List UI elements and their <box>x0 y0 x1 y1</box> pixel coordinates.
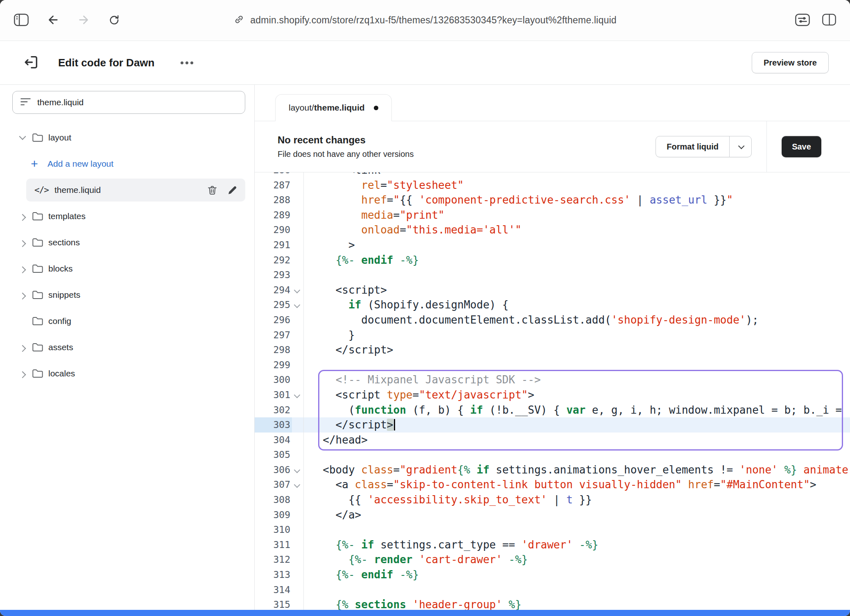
main-layout: layout+Add a new layout</>theme.liquidte… <box>0 85 850 610</box>
line-number: 298 <box>255 342 292 358</box>
chevron-right-icon[interactable] <box>16 229 29 256</box>
code-line-310[interactable]: 310 <box>255 522 850 537</box>
url-bar[interactable]: admin.shopify.com/store/rzq1xu-f5/themes… <box>233 14 616 27</box>
code-line-312[interactable]: 312 {%- render 'cart-drawer' -%} <box>255 552 850 567</box>
code-text: {%- endif -%} <box>304 567 850 582</box>
browser-window: admin.shopify.com/store/rzq1xu-f5/themes… <box>0 0 850 616</box>
code-line-299[interactable]: 299 <box>255 358 850 373</box>
code-line-288[interactable]: 288 href="{{ 'component-predictive-searc… <box>255 192 850 208</box>
code-line-309[interactable]: 309 </a> <box>255 507 850 523</box>
code-line-289[interactable]: 289 media="print" <box>255 208 850 223</box>
chevron-right-icon[interactable] <box>16 360 29 387</box>
fold-spacer <box>292 328 304 343</box>
delete-file-button[interactable] <box>207 185 218 196</box>
sidebar-item-blocks[interactable]: blocks <box>0 256 254 282</box>
fold-toggle-icon[interactable] <box>292 283 304 298</box>
sidebar-item-snippets[interactable]: snippets <box>0 282 254 308</box>
sidebar-item-theme-liquid[interactable]: </>theme.liquid <box>26 179 245 202</box>
fold-spacer <box>292 597 304 610</box>
sidebar-item-label: sections <box>48 238 80 247</box>
code-line-300[interactable]: 300 <!-- Mixpanel Javascript SDK --> <box>255 372 850 387</box>
format-dropdown-button[interactable] <box>729 136 751 157</box>
code-line-290[interactable]: 290 onload="this.media='all'" <box>255 222 850 238</box>
split-view-button[interactable] <box>822 14 836 27</box>
reload-button[interactable] <box>108 14 120 27</box>
code-text: > <box>304 238 850 253</box>
code-file-icon: </> <box>34 185 49 195</box>
rename-file-button[interactable] <box>227 185 238 196</box>
sidebar-item-assets[interactable]: assets <box>0 334 254 360</box>
folder-icon <box>32 290 43 300</box>
code-line-305[interactable]: 305 <box>255 447 850 462</box>
sidebar-item-layout[interactable]: layout <box>0 125 254 151</box>
code-line-306[interactable]: 306 <body class="gradient{% if settings.… <box>255 462 850 478</box>
exit-button[interactable] <box>23 54 39 72</box>
chevron-right-icon[interactable] <box>16 203 29 229</box>
line-number: 310 <box>255 522 292 537</box>
forward-button[interactable] <box>77 14 90 27</box>
code-editor[interactable]: 286 <link287 rel="stylesheet"288 href="{… <box>255 172 850 610</box>
line-number: 303 <box>255 417 292 433</box>
code-line-301[interactable]: 301 <script type="text/javascript"> <box>255 387 850 403</box>
fold-toggle-icon[interactable] <box>292 297 304 313</box>
fold-spacer <box>292 253 304 268</box>
code-line-307[interactable]: 307 <a class="skip-to-content-link butto… <box>255 477 850 492</box>
folder-icon <box>32 264 43 274</box>
code-line-304[interactable]: 304 </head> <box>255 433 850 448</box>
format-liquid-split-button: Format liquid <box>656 136 752 157</box>
save-button[interactable]: Save <box>782 136 821 157</box>
back-button[interactable] <box>47 14 59 27</box>
code-line-308[interactable]: 308 {{ 'accessibility.skip_to_text' | t … <box>255 492 850 507</box>
code-line-313[interactable]: 313 {%- endif -%} <box>255 567 850 582</box>
extensions-button[interactable] <box>795 14 810 27</box>
page-title: Edit code for Dawn <box>58 57 154 69</box>
code-line-296[interactable]: 296 document.documentElement.classList.a… <box>255 313 850 328</box>
line-number: 302 <box>255 403 292 418</box>
code-line-295[interactable]: 295 if (Shopify.designMode) { <box>255 297 850 313</box>
code-line-286[interactable]: 286 <link <box>255 172 850 178</box>
more-menu-button[interactable] <box>177 54 197 71</box>
tab-layout-theme-liquid[interactable]: layout/theme.liquid <box>275 94 392 121</box>
chevron-right-icon[interactable] <box>16 256 29 282</box>
chevron-spacer <box>16 308 29 334</box>
chevron-right-icon[interactable] <box>16 334 29 360</box>
line-number: 315 <box>255 597 292 610</box>
sidebar-item-config[interactable]: config <box>0 308 254 334</box>
code-text: {%- render 'cart-drawer' -%} <box>304 552 850 567</box>
fold-spacer <box>292 342 304 358</box>
code-line-287[interactable]: 287 rel="stylesheet" <box>255 178 850 193</box>
code-line-311[interactable]: 311 {%- if settings.cart_type == 'drawer… <box>255 537 850 553</box>
code-line-315[interactable]: 315 {% sections 'header-group' %} <box>255 597 850 610</box>
preview-store-button[interactable]: Preview store <box>752 52 829 73</box>
code-line-294[interactable]: 294 <script> <box>255 283 850 298</box>
code-text: media="print" <box>304 208 850 223</box>
folder-icon <box>32 238 43 247</box>
tab-bar: layout/theme.liquid <box>255 85 850 121</box>
code-line-303[interactable]: 303 </script> <box>255 417 850 433</box>
sidebar-item-locales[interactable]: locales <box>0 360 254 387</box>
sidebar-item-sections[interactable]: sections <box>0 229 254 256</box>
chevron-right-icon[interactable] <box>16 282 29 308</box>
sidebar-item-templates[interactable]: templates <box>0 203 254 229</box>
code-line-292[interactable]: 292 {%- endif -%} <box>255 253 850 268</box>
fold-toggle-icon[interactable] <box>292 477 304 492</box>
code-line-298[interactable]: 298 </script> <box>255 342 850 358</box>
file-search[interactable] <box>12 91 245 114</box>
chevron-down-icon[interactable] <box>16 125 29 151</box>
status-text: No recent changes File does not have any… <box>278 134 414 159</box>
fold-toggle-icon[interactable] <box>292 387 304 403</box>
fold-spacer <box>292 492 304 507</box>
code-line-293[interactable]: 293 <box>255 267 850 283</box>
search-input[interactable] <box>37 97 237 107</box>
code-line-297[interactable]: 297 } <box>255 328 850 343</box>
fold-toggle-icon[interactable] <box>292 462 304 478</box>
sidebar-item-add-a-new-layout[interactable]: +Add a new layout <box>0 151 254 177</box>
code-line-291[interactable]: 291 > <box>255 238 850 253</box>
split-view-icon <box>822 14 836 27</box>
code-line-302[interactable]: 302 (function (f, b) { if (!b.__SV) { va… <box>255 403 850 418</box>
sidebar-toggle-button[interactable] <box>14 14 29 27</box>
fold-spacer <box>292 172 304 178</box>
code-line-314[interactable]: 314 <box>255 582 850 598</box>
format-liquid-button[interactable]: Format liquid <box>656 136 729 157</box>
code-text: </a> <box>304 507 850 523</box>
